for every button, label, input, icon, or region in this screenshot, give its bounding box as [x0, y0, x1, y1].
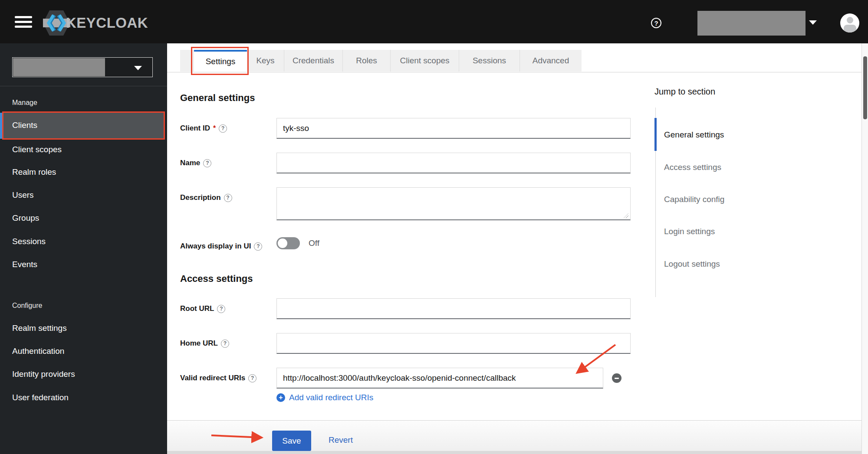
- add-redirect-uri-label: Add valid redirect URIs: [289, 393, 373, 402]
- jump-link-capability-config[interactable]: Capability config: [664, 194, 724, 205]
- realm-caret-down-icon: [134, 66, 142, 70]
- name-label: Name: [180, 157, 211, 170]
- sidebar-section-manage: Manage: [12, 97, 37, 108]
- description-textarea[interactable]: [276, 187, 631, 220]
- realm-name-redacted: [13, 58, 105, 76]
- jump-link-general-settings[interactable]: General settings: [664, 129, 724, 140]
- home-url-label: Home URL: [180, 337, 229, 350]
- valid-redirect-help-icon[interactable]: [248, 374, 256, 382]
- annotation-box-clients: [2, 111, 165, 140]
- sidebar-item-sessions[interactable]: Sessions: [12, 235, 46, 248]
- home-url-input[interactable]: [276, 333, 631, 354]
- name-label-text: Name: [180, 159, 200, 167]
- jump-active-indicator: [654, 118, 657, 151]
- toggle-state-text: Off: [309, 237, 319, 249]
- valid-redirect-uri-input[interactable]: [276, 368, 603, 389]
- access-settings-heading: Access settings: [180, 273, 253, 284]
- description-help-icon[interactable]: [224, 194, 232, 202]
- sidebar-item-groups[interactable]: Groups: [12, 212, 39, 225]
- tab-credentials[interactable]: Credentials: [284, 50, 343, 72]
- client-details-page: Settings Keys Credentials Roles Client s…: [167, 43, 868, 454]
- help-icon[interactable]: [651, 18, 661, 28]
- root-url-help-icon[interactable]: [217, 305, 225, 313]
- sidebar-item-user-federation[interactable]: User federation: [12, 391, 69, 404]
- jump-to-section-title: Jump to section: [654, 87, 715, 97]
- root-url-label: Root URL: [180, 302, 225, 315]
- scrollbar-thumb[interactable]: [863, 56, 867, 119]
- sidebar-section-configure: Configure: [12, 300, 42, 311]
- always-display-label-text: Always display in UI: [180, 242, 251, 251]
- hamburger-menu-icon[interactable]: [15, 16, 32, 28]
- save-button[interactable]: Save: [272, 431, 311, 451]
- client-id-help-icon[interactable]: [219, 124, 227, 133]
- plus-circle-icon: [276, 393, 285, 402]
- name-help-icon[interactable]: [203, 159, 211, 167]
- client-id-label-text: Client ID: [180, 124, 210, 133]
- home-url-help-icon[interactable]: [221, 340, 229, 348]
- client-id-input[interactable]: [276, 118, 631, 139]
- tabs-underline: [167, 72, 861, 72]
- avatar-body: [844, 25, 856, 33]
- avatar-head: [847, 17, 853, 23]
- tab-client-scopes[interactable]: Client scopes: [391, 50, 459, 72]
- sidebar-item-client-scopes[interactable]: Client scopes: [12, 143, 62, 156]
- bottom-edge-strip: [167, 451, 861, 454]
- toggle-knob: [278, 238, 287, 248]
- annotation-box-settings-tab: [191, 47, 249, 75]
- jump-link-login-settings[interactable]: Login settings: [664, 226, 715, 237]
- sidebar-item-authentication[interactable]: Authentication: [12, 345, 64, 358]
- sidebar-item-events[interactable]: Events: [12, 258, 37, 271]
- avatar[interactable]: [840, 13, 859, 33]
- keycloak-admin-console: KEYCLOAK Manage Clients Client scopes Re…: [0, 0, 868, 454]
- sidebar-item-realm-settings[interactable]: Realm settings: [12, 322, 67, 335]
- general-settings-heading: General settings: [180, 92, 255, 104]
- sidebar-item-realm-roles[interactable]: Realm roles: [12, 166, 56, 179]
- scrollbar-track[interactable]: [861, 43, 868, 454]
- sidebar: Manage Clients Client scopes Realm roles…: [0, 43, 167, 454]
- root-url-input[interactable]: [276, 298, 631, 319]
- name-input[interactable]: [276, 153, 631, 173]
- tab-keys[interactable]: Keys: [247, 50, 284, 72]
- home-url-label-text: Home URL: [180, 339, 218, 348]
- minus-icon: [615, 378, 619, 379]
- masthead: KEYCLOAK: [0, 0, 868, 43]
- always-display-help-icon[interactable]: [254, 242, 262, 251]
- user-caret-down-icon[interactable]: [809, 20, 817, 25]
- tab-advanced[interactable]: Advanced: [520, 50, 582, 72]
- description-label-text: Description: [180, 193, 221, 202]
- brand-text: KEYCLOAK: [66, 15, 148, 31]
- always-display-toggle[interactable]: [276, 237, 300, 249]
- required-asterisk: *: [213, 124, 216, 132]
- sidebar-divider: [0, 86, 167, 86]
- sidebar-item-users[interactable]: Users: [12, 189, 34, 202]
- client-id-label: Client ID *: [180, 122, 227, 135]
- tab-roles[interactable]: Roles: [343, 50, 391, 72]
- add-redirect-uri-link[interactable]: Add valid redirect URIs: [276, 393, 373, 402]
- jump-link-access-settings[interactable]: Access settings: [664, 162, 721, 173]
- valid-redirect-uris-label-text: Valid redirect URIs: [180, 374, 245, 382]
- tab-sessions[interactable]: Sessions: [459, 50, 520, 72]
- description-label: Description: [180, 191, 232, 204]
- sidebar-item-identity-providers[interactable]: Identity providers: [12, 368, 75, 381]
- current-user-redacted[interactable]: [697, 11, 806, 36]
- revert-link[interactable]: Revert: [329, 435, 353, 445]
- jump-link-logout-settings[interactable]: Logout settings: [664, 258, 720, 270]
- valid-redirect-uris-label: Valid redirect URIs: [180, 372, 256, 385]
- form-action-bar: Save Revert: [167, 420, 861, 451]
- keycloak-logo: KEYCLOAK: [43, 10, 148, 36]
- always-display-label: Always display in UI: [180, 240, 262, 253]
- remove-redirect-uri-button[interactable]: [612, 373, 621, 383]
- root-url-label-text: Root URL: [180, 304, 214, 313]
- realm-selector[interactable]: [12, 57, 153, 77]
